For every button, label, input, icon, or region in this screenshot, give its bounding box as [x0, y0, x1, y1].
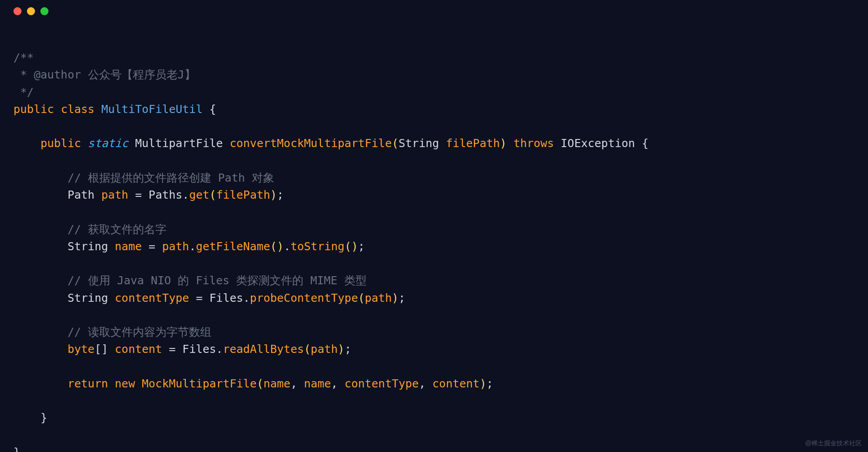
- l1-semi: ;: [277, 188, 284, 201]
- r-semi: ;: [487, 377, 493, 390]
- l2-type: String: [67, 240, 108, 253]
- kw-class: class: [61, 103, 94, 116]
- comment-2: // 获取文件的名字: [67, 223, 166, 236]
- l2-d1: .: [189, 240, 196, 253]
- ctor: MockMultipartFile: [142, 377, 257, 390]
- l3-var: contentType: [115, 291, 189, 304]
- l1-type: Path: [67, 188, 94, 201]
- kw-public-2: public: [40, 137, 81, 150]
- titlebar: [0, 0, 868, 22]
- code-window: /** * @author 公众号【程序员老J】 */ public class…: [0, 0, 868, 452]
- method-name: convertMockMultipartFile: [230, 137, 392, 150]
- r-arg2: name: [304, 377, 331, 390]
- javadoc-open: /**: [13, 51, 34, 64]
- r-arg3: contentType: [345, 377, 419, 390]
- l3-class: Files: [210, 291, 243, 304]
- l1-var: path: [101, 188, 128, 201]
- comment-4: // 读取文件内容为字节数组: [67, 326, 211, 339]
- l1-pc: ): [270, 188, 277, 201]
- l4-class: Files: [182, 343, 216, 356]
- brace-close-2: }: [40, 411, 47, 424]
- l3-call: probeContentType: [250, 291, 358, 304]
- code-editor[interactable]: /** * @author 公众号【程序员老J】 */ public class…: [0, 22, 868, 452]
- l1-eq: =: [128, 188, 149, 201]
- l4-type: byte: [67, 343, 94, 356]
- l4-dot: .: [216, 343, 223, 356]
- l1-arg: filePath: [216, 188, 270, 201]
- comment-1: // 根据提供的文件路径创建 Path 对象: [67, 171, 274, 184]
- kw-throws: throws: [513, 137, 554, 150]
- return-type: MultipartFile: [135, 137, 223, 150]
- l3-po: (: [358, 291, 365, 304]
- l2-eq: =: [142, 240, 162, 253]
- l2-pc2: ): [351, 240, 358, 253]
- comment-3: // 使用 Java NIO 的 Files 类探测文件的 MIME 类型: [67, 274, 366, 287]
- l4-arg: path: [311, 343, 338, 356]
- r-arg4: content: [432, 377, 479, 390]
- minimize-icon[interactable]: [27, 7, 35, 15]
- watermark: @稀土掘金技术社区: [805, 439, 862, 448]
- l2-semi: ;: [358, 240, 365, 253]
- l4-eq: =: [162, 343, 182, 356]
- kw-static: static: [88, 137, 128, 150]
- l2-var: name: [115, 240, 142, 253]
- r-c1: ,: [290, 377, 304, 390]
- exc-type: IOException: [561, 137, 635, 150]
- l1-dot: .: [182, 188, 189, 201]
- l1-class: Paths: [149, 188, 182, 201]
- l1-po: (: [210, 188, 216, 201]
- paren-open: (: [392, 137, 399, 150]
- l3-semi: ;: [399, 291, 405, 304]
- param-type: String: [399, 137, 439, 150]
- l4-brackets: []: [95, 343, 108, 356]
- javadoc-author: * @author 公众号【程序员老J】: [13, 68, 196, 81]
- l3-pc: ): [392, 291, 399, 304]
- zoom-icon[interactable]: [40, 7, 48, 15]
- r-c3: ,: [419, 377, 432, 390]
- r-arg1: name: [263, 377, 290, 390]
- l3-type: String: [67, 291, 108, 304]
- l2-po1: (: [270, 240, 277, 253]
- close-icon[interactable]: [13, 7, 22, 15]
- class-name: MultiToFileUtil: [101, 103, 203, 116]
- r-c2: ,: [331, 377, 345, 390]
- param-name: filePath: [446, 137, 500, 150]
- kw-new: new: [115, 377, 135, 390]
- l4-call: readAllBytes: [223, 343, 304, 356]
- l4-var: content: [115, 343, 162, 356]
- l1-call: get: [189, 188, 209, 201]
- l4-po: (: [304, 343, 311, 356]
- l3-dot: .: [243, 291, 250, 304]
- l4-pc: ): [338, 343, 345, 356]
- l2-call2: toString: [290, 240, 344, 253]
- paren-close: ): [500, 137, 507, 150]
- brace-open-2: {: [642, 137, 649, 150]
- l3-eq: =: [189, 291, 209, 304]
- l2-call1: getFileName: [196, 240, 270, 253]
- javadoc-close: */: [13, 86, 34, 99]
- l4-semi: ;: [345, 343, 351, 356]
- l2-pc1: ): [277, 240, 284, 253]
- brace-close: }: [13, 446, 20, 452]
- l2-d2: .: [284, 240, 290, 253]
- brace-open: {: [210, 103, 216, 116]
- l2-po2: (: [345, 240, 351, 253]
- l3-arg: path: [365, 291, 392, 304]
- kw-return: return: [67, 377, 108, 390]
- r-po: (: [257, 377, 263, 390]
- kw-public: public: [13, 103, 54, 116]
- l2-obj: path: [162, 240, 189, 253]
- r-pc: ): [480, 377, 487, 390]
